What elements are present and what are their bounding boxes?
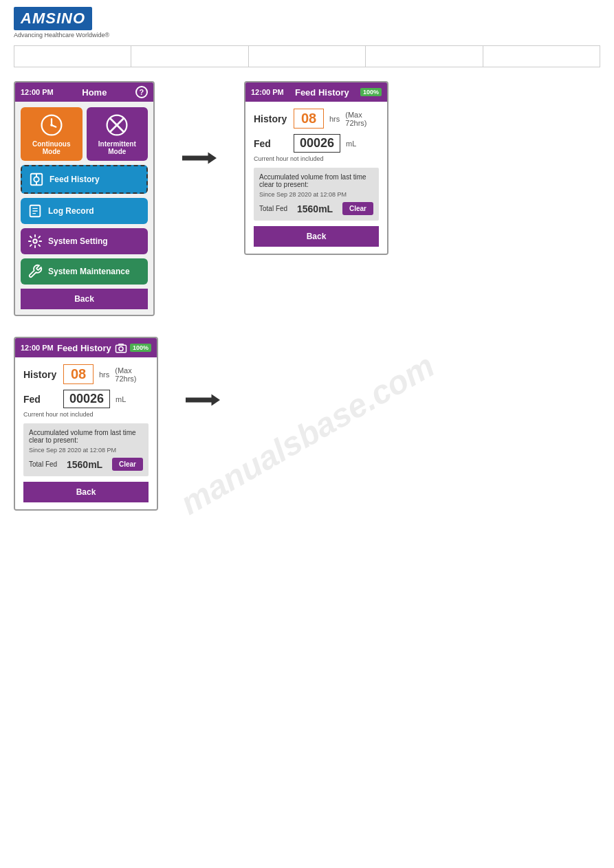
accumulated-text-bottom: Accumulated volume from last time clear …: [29, 429, 143, 444]
intermittent-mode-label: IntermittentMode: [98, 140, 136, 155]
main-content: 12:00 PM Home ? ContinuousMode: [0, 67, 614, 524]
history-row-bottom: History 08 hrs (Max 72hrs): [23, 364, 149, 384]
since-text-bottom: Since Sep 28 2020 at 12:08 PM: [29, 447, 143, 454]
battery-badge-top: 100%: [360, 88, 382, 96]
intermittent-mode-btn[interactable]: IntermittentMode: [87, 107, 149, 161]
logo-container: AMSINO Advancing Healthcare Worldwide®: [14, 7, 109, 38]
total-fed-value-top: 1560mL: [297, 203, 333, 214]
since-text-top: Since Sep 28 2020 at 12:08 PM: [259, 191, 373, 198]
logo-text: AMSINO: [21, 10, 85, 27]
fed-unit-bottom: mL: [116, 395, 126, 403]
home-screen-header: 12:00 PM Home ?: [15, 82, 153, 102]
feed-history-body-top: History 08 hrs (Max 72hrs) Fed 00026 mL …: [245, 102, 387, 254]
log-record-icon: [28, 203, 43, 219]
table-cell-3: [249, 46, 366, 67]
home-body: ContinuousMode IntermittentMode: [15, 102, 153, 315]
home-time: 12:00 PM: [21, 88, 54, 96]
history-label-bottom: History: [23, 369, 58, 380]
table-header: [14, 45, 600, 67]
logo-tagline: Advancing Healthcare Worldwide®: [14, 32, 109, 38]
feed-history-body-bottom: History 08 hrs (Max 72hrs) Fed 00026 mL …: [15, 357, 157, 509]
feed-history-title-bottom: Feed History: [57, 343, 111, 353]
svg-point-17: [119, 347, 123, 351]
header: AMSINO Advancing Healthcare Worldwide®: [0, 0, 614, 45]
home-back-button[interactable]: Back: [21, 289, 148, 309]
svg-point-3: [50, 124, 53, 126]
total-fed-label-top: Total Fed: [259, 205, 287, 212]
accumulated-text-top: Accumulated volume from last time clear …: [259, 173, 373, 188]
logo-box: AMSINO: [14, 7, 92, 30]
table-cell-4: [366, 46, 483, 67]
log-record-label: Log Record: [48, 206, 94, 216]
current-hour-note-bottom: Current hour not included: [23, 411, 149, 418]
clear-button-bottom[interactable]: Clear: [112, 458, 143, 471]
header-icons-bottom: 100%: [115, 342, 151, 354]
feed-history-time-bottom: 12:00 PM: [21, 344, 54, 352]
total-fed-row-bottom: Total Fed 1560mL Clear: [29, 458, 143, 471]
system-setting-icon: [28, 234, 43, 249]
total-fed-label-bottom: Total Fed: [29, 460, 57, 468]
history-label-top: History: [254, 113, 288, 124]
history-max-top: (Max 72hrs): [345, 111, 379, 127]
total-fed-value-bottom: 1560mL: [67, 459, 102, 470]
feed-history-label: Feed History: [50, 175, 100, 184]
history-value-bottom: 08: [63, 364, 94, 384]
menu-item-system-maintenance[interactable]: System Maintenance: [21, 258, 148, 285]
mode-row: ContinuousMode IntermittentMode: [21, 107, 148, 161]
svg-point-15: [33, 239, 37, 243]
system-setting-label: System Setting: [48, 236, 108, 246]
battery-badge-bottom: 100%: [130, 344, 151, 352]
continuous-mode-label: ContinuousMode: [32, 140, 71, 155]
fed-unit-top: mL: [346, 140, 356, 148]
feed-history-back-top[interactable]: Back: [254, 226, 379, 247]
feed-history-title-top: Feed History: [295, 87, 349, 98]
clock-icon: [39, 113, 64, 137]
fed-row-bottom: Fed 00026 mL: [23, 390, 149, 408]
clear-button-top[interactable]: Clear: [342, 202, 373, 215]
history-row-top: History 08 hrs (Max 72hrs): [254, 109, 379, 129]
table-cell-2: [131, 46, 248, 67]
feed-history-screen-top: 12:00 PM Feed History 100% History 08 hr…: [244, 81, 388, 255]
history-unit-top: hrs: [329, 115, 340, 123]
bottom-arrow: [179, 392, 227, 408]
total-fed-row-top: Total Fed 1560mL Clear: [259, 202, 373, 215]
top-arrow: [175, 150, 223, 166]
current-hour-note-top: Current hour not included: [254, 155, 379, 162]
fed-value-top: 00026: [294, 134, 340, 153]
camera-icon: [115, 342, 127, 354]
help-icon[interactable]: ?: [135, 86, 148, 98]
fed-label-bottom: Fed: [23, 394, 58, 405]
arrow-shape: [182, 150, 217, 166]
accumulated-section-bottom: Accumulated volume from last time clear …: [23, 423, 149, 476]
menu-item-feed-history[interactable]: Feed History: [21, 165, 148, 194]
top-screen-row: 12:00 PM Home ? ContinuousMode: [14, 81, 600, 316]
fed-row-top: Fed 00026 mL: [254, 134, 379, 153]
menu-item-log-record[interactable]: Log Record: [21, 198, 148, 224]
system-maintenance-label: System Maintenance: [48, 267, 130, 276]
feed-history-header-bottom: 12:00 PM Feed History 100%: [15, 338, 157, 357]
svg-point-8: [34, 177, 39, 181]
system-maintenance-icon: [28, 264, 43, 279]
feed-history-header-top: 12:00 PM Feed History 100%: [245, 82, 387, 102]
table-cell-1: [14, 46, 131, 67]
home-screen: 12:00 PM Home ? ContinuousMode: [14, 81, 155, 316]
feed-history-icon: [29, 172, 44, 187]
bottom-arrow-shape: [186, 392, 220, 408]
history-value-top: 08: [294, 109, 324, 129]
cross-icon: [105, 113, 129, 137]
menu-item-system-setting[interactable]: System Setting: [21, 228, 148, 254]
accumulated-section-top: Accumulated volume from last time clear …: [254, 168, 379, 221]
history-unit-bottom: hrs: [99, 370, 109, 379]
fed-label-top: Fed: [254, 138, 288, 149]
feed-history-screen-bottom: 12:00 PM Feed History 100% History 08 hr…: [14, 337, 158, 511]
fed-value-bottom: 00026: [63, 390, 110, 408]
feed-history-back-bottom[interactable]: Back: [23, 482, 149, 502]
history-max-bottom: (Max 72hrs): [115, 366, 149, 383]
feed-history-time-top: 12:00 PM: [251, 88, 284, 96]
continuous-mode-btn[interactable]: ContinuousMode: [21, 107, 83, 161]
bottom-screen-row: 12:00 PM Feed History 100% History 08 hr…: [14, 337, 600, 511]
home-title: Home: [82, 87, 107, 98]
table-cell-5: [483, 46, 600, 67]
